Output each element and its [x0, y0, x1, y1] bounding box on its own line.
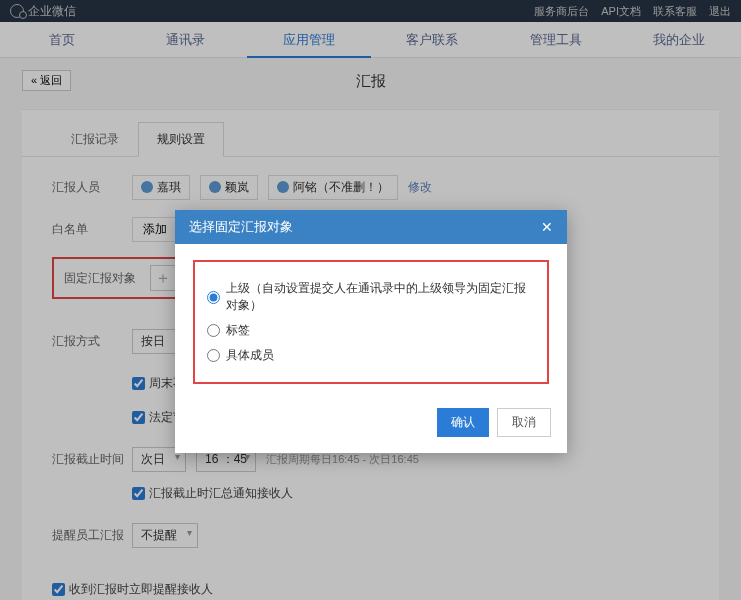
modal-cancel-button[interactable]: 取消 — [497, 408, 551, 437]
close-icon[interactable]: ✕ — [541, 219, 553, 235]
radio-superior[interactable]: 上级（自动设置提交人在通讯录中的上级领导为固定汇报对象） — [207, 280, 535, 314]
modal-title: 选择固定汇报对象 — [189, 218, 293, 236]
modal-header: 选择固定汇报对象 ✕ — [175, 210, 567, 244]
modal-ok-button[interactable]: 确认 — [437, 408, 489, 437]
radio-tag[interactable]: 标签 — [207, 322, 535, 339]
radio-members[interactable]: 具体成员 — [207, 347, 535, 364]
radio-group-highlight: 上级（自动设置提交人在通讯录中的上级领导为固定汇报对象） 标签 具体成员 — [193, 260, 549, 384]
fixed-target-modal: 选择固定汇报对象 ✕ 上级（自动设置提交人在通讯录中的上级领导为固定汇报对象） … — [175, 210, 567, 453]
modal-overlay: 选择固定汇报对象 ✕ 上级（自动设置提交人在通讯录中的上级领导为固定汇报对象） … — [0, 0, 741, 600]
